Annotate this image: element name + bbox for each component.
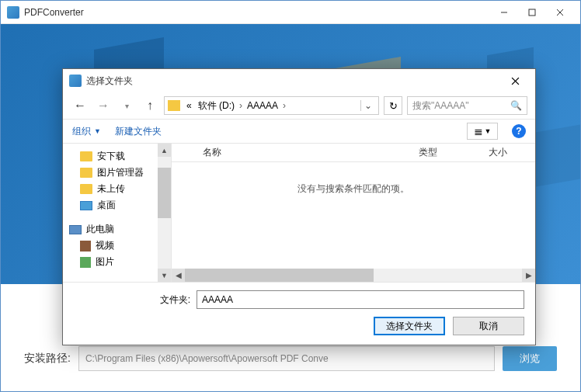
search-placeholder: 搜索"AAAAA"	[412, 99, 469, 113]
scroll-up-button[interactable]: ▲	[158, 144, 171, 157]
toolbar: 组织▼ 新建文件夹 ≣ ▼ ?	[63, 119, 535, 144]
folder-field-label: 文件夹:	[74, 293, 190, 307]
install-path-label: 安装路径:	[24, 352, 71, 366]
chevron-right-icon: ›	[238, 100, 244, 111]
scroll-right-button[interactable]: ▶	[522, 269, 535, 282]
dialog-titlebar: 选择文件夹	[63, 69, 535, 92]
select-folder-button[interactable]: 选择文件夹	[374, 317, 445, 335]
dialog-close-button[interactable]	[501, 69, 529, 92]
breadcrumb-seg-1[interactable]: 软件 (D:)	[195, 99, 238, 113]
folder-name-input[interactable]	[197, 290, 524, 309]
breadcrumb-seg-2[interactable]: AAAAA	[244, 100, 281, 111]
refresh-button[interactable]: ↻	[384, 96, 402, 115]
tree-item[interactable]: 图片管理器	[63, 165, 158, 181]
main-title: PDFConverter	[24, 7, 490, 18]
search-icon: 🔍	[510, 100, 522, 111]
nav-history-dropdown[interactable]: ▾	[117, 96, 136, 115]
col-size[interactable]: 大小	[481, 146, 535, 159]
breadcrumb-dropdown[interactable]: ⌄	[360, 100, 375, 111]
new-folder-button[interactable]: 新建文件夹	[115, 125, 162, 138]
install-path-input[interactable]: C:\Program Files (x86)\Apowersoft\Apower…	[78, 346, 495, 371]
col-type[interactable]: 类型	[411, 146, 481, 159]
desktop-icon	[80, 201, 92, 210]
list-header: 名称 类型 大小	[172, 144, 535, 162]
help-button[interactable]: ?	[512, 124, 526, 138]
browse-button[interactable]: 浏览	[503, 346, 557, 371]
close-button[interactable]	[546, 1, 574, 24]
breadcrumb[interactable]: « 软件 (D:) › AAAAA › ⌄	[164, 96, 379, 115]
nav-bar: ← → ▾ ↑ « 软件 (D:) › AAAAA › ⌄ ↻ 搜索"AAAAA…	[63, 92, 535, 119]
tree-item-pc[interactable]: 此电脑	[63, 221, 158, 238]
chevron-right-icon: ›	[281, 100, 287, 111]
tree-item[interactable]: 桌面	[63, 197, 158, 213]
view-options-button[interactable]: ≣ ▼	[467, 123, 498, 140]
organize-menu[interactable]: 组织▼	[72, 125, 101, 138]
search-input[interactable]: 搜索"AAAAA" 🔍	[407, 96, 527, 115]
maximize-button[interactable]	[518, 1, 546, 24]
svg-rect-1	[529, 9, 535, 16]
tree-item[interactable]: 视频	[63, 238, 158, 254]
breadcrumb-prefix: «	[183, 100, 195, 111]
list-hscrollbar[interactable]: ◀ ▶	[172, 269, 535, 282]
folder-tree[interactable]: 安下载 图片管理器 未上传 桌面 此电脑 视频 图片	[63, 144, 158, 282]
scroll-thumb[interactable]	[185, 269, 374, 282]
dialog-icon	[69, 75, 82, 87]
video-icon	[80, 241, 91, 252]
main-titlebar: PDFConverter	[1, 1, 580, 24]
dialog-footer: 文件夹: 选择文件夹 取消	[63, 282, 535, 345]
app-icon	[7, 6, 19, 19]
picture-icon	[80, 257, 91, 268]
file-list: 名称 类型 大小 没有与搜索条件匹配的项。 ◀ ▶	[172, 144, 535, 282]
chevron-down-icon: ▼	[94, 127, 101, 135]
empty-message: 没有与搜索条件匹配的项。	[172, 162, 535, 269]
tree-item[interactable]: 图片	[63, 254, 158, 270]
scroll-thumb[interactable]	[158, 168, 171, 218]
dialog-title: 选择文件夹	[86, 75, 501, 88]
col-name[interactable]: 名称	[172, 146, 411, 159]
nav-back-button[interactable]: ←	[71, 96, 89, 115]
tree-scrollbar[interactable]: ▲ ▼	[158, 144, 171, 282]
scroll-down-button[interactable]: ▼	[158, 269, 171, 282]
nav-forward-button[interactable]: →	[94, 96, 113, 115]
pc-icon	[69, 225, 82, 234]
tree-item[interactable]: 未上传	[63, 181, 158, 197]
folder-picker-dialog: 选择文件夹 ← → ▾ ↑ « 软件 (D:) › AAAAA › ⌄ ↻ 搜索…	[62, 68, 536, 345]
nav-up-button[interactable]: ↑	[141, 96, 159, 115]
tree-item[interactable]: 安下载	[63, 148, 158, 165]
folder-icon	[168, 100, 180, 111]
scroll-left-button[interactable]: ◀	[172, 269, 185, 282]
cancel-button[interactable]: 取消	[453, 317, 524, 335]
minimize-button[interactable]	[490, 1, 518, 24]
dialog-content: 安下载 图片管理器 未上传 桌面 此电脑 视频 图片 ▲ ▼ 名称 类型 大小 …	[63, 144, 535, 282]
